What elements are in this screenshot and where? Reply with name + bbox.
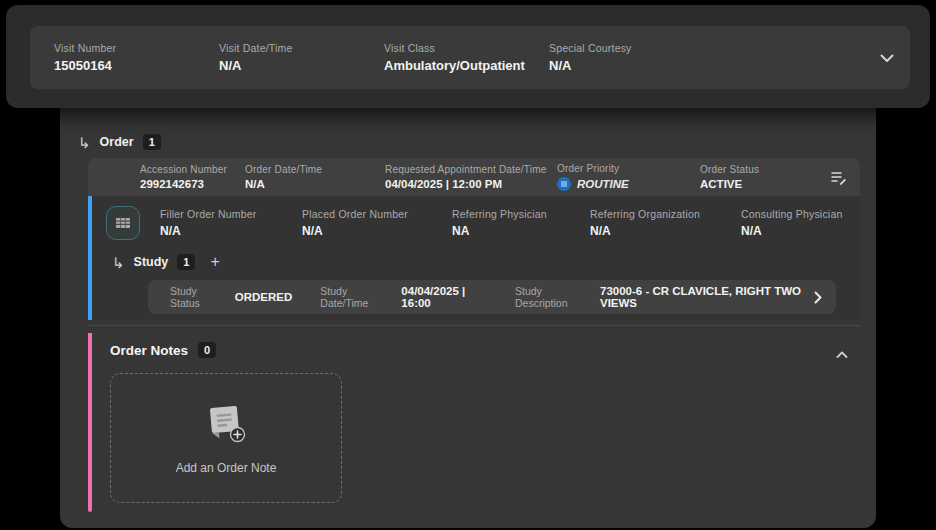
visit-class-label: Visit Class: [384, 42, 549, 54]
order-count-badge: 1: [143, 134, 161, 150]
chevron-up-icon[interactable]: [836, 345, 848, 363]
order-notes-section: Order Notes 0: [88, 333, 860, 512]
order-notes-header: Order Notes 0: [88, 333, 860, 358]
placed-order-number-field: Placed Order Number N/A: [302, 208, 452, 238]
consulting-physician-label: Consulting Physician: [741, 208, 842, 220]
study-section-title: Study: [134, 255, 169, 269]
consulting-physician-value: N/A: [741, 224, 842, 238]
order-table-icon-button[interactable]: [106, 206, 140, 240]
priority-routine-icon: [557, 177, 571, 191]
visit-class-field: Visit Class Ambulatory/Outpatient: [384, 42, 549, 73]
referring-organization-value: N/A: [590, 224, 741, 238]
visit-datetime-label: Visit Date/Time: [219, 42, 384, 54]
accession-number-field: Accession Number 2992142673: [140, 164, 245, 190]
chevron-right-icon[interactable]: [814, 291, 822, 304]
note-add-icon: [202, 401, 250, 449]
order-detail-row: Filler Order Number N/A Placed Order Num…: [106, 206, 860, 240]
order-status-value: ACTIVE: [700, 178, 829, 190]
order-status-label: Order Status: [700, 164, 829, 175]
special-courtesy-value: N/A: [549, 58, 714, 73]
study-status-value: ORDERED: [235, 291, 293, 303]
order-priority-label: Order Priority: [557, 163, 700, 174]
chevron-down-icon[interactable]: [880, 49, 894, 67]
referring-physician-value: NA: [452, 224, 590, 238]
referring-physician-field: Referring Physician NA: [452, 208, 590, 238]
study-description-label: Study Description: [515, 285, 588, 309]
order-detail-fields: Filler Order Number N/A Placed Order Num…: [160, 206, 842, 238]
study-description-value: 73000-6 - CR CLAVICLE, RIGHT TWO VIEWS: [600, 285, 814, 309]
order-datetime-label: Order Date/Time: [245, 164, 385, 175]
placed-order-number-label: Placed Order Number: [302, 208, 452, 220]
add-order-note-label: Add an Order Note: [176, 461, 277, 475]
notes-accent-bar: [88, 333, 92, 512]
page: Visit Number 15050164 Visit Date/Time N/…: [0, 0, 936, 530]
order-section-title: Order: [100, 135, 134, 149]
order-header-bar: Accession Number 2992142673 Order Date/T…: [88, 158, 860, 196]
visit-number-field: Visit Number 15050164: [54, 42, 219, 73]
study-count-badge: 1: [177, 254, 195, 270]
visit-summary-card: Visit Number 15050164 Visit Date/Time N/…: [6, 5, 930, 108]
consulting-physician-field: Consulting Physician N/A: [741, 208, 842, 238]
order-section-header: ↳ Order 1: [78, 134, 161, 150]
order-card: Accession Number 2992142673 Order Date/T…: [88, 158, 860, 320]
accession-number-value: 2992142673: [140, 178, 245, 190]
study-status-label: Study Status: [170, 285, 223, 309]
add-order-note-button[interactable]: Add an Order Note: [110, 373, 342, 503]
section-divider: [88, 325, 860, 326]
order-datetime-field: Order Date/Time N/A: [245, 164, 385, 190]
visit-datetime-field: Visit Date/Time N/A: [219, 42, 384, 73]
add-study-icon[interactable]: +: [210, 254, 219, 270]
order-details-body: Filler Order Number N/A Placed Order Num…: [88, 196, 860, 320]
special-courtesy-field: Special Courtesy N/A: [549, 42, 714, 73]
order-priority-field: Order Priority ROUTINE: [557, 163, 700, 191]
order-notes-count-badge: 0: [198, 342, 216, 358]
study-row[interactable]: Study Status ORDERED Study Date/Time 04/…: [148, 280, 836, 314]
study-datetime-label: Study Date/Time: [320, 285, 389, 309]
placed-order-number-value: N/A: [302, 224, 452, 238]
requested-appointment-value: 04/04/2025 | 12:00 PM: [385, 178, 557, 190]
visit-fields-bar: Visit Number 15050164 Visit Date/Time N/…: [30, 26, 910, 89]
visit-class-value: Ambulatory/Outpatient: [384, 58, 549, 73]
filler-order-number-value: N/A: [160, 224, 302, 238]
referring-organization-label: Referring Organization: [590, 208, 741, 220]
filler-order-number-label: Filler Order Number: [160, 208, 302, 220]
study-section-header: ↳ Study 1 +: [112, 254, 860, 270]
referring-organization-field: Referring Organization N/A: [590, 208, 741, 238]
order-accent-bar: [88, 196, 92, 320]
filler-order-number-field: Filler Order Number N/A: [160, 208, 302, 238]
order-status-field: Order Status ACTIVE: [700, 164, 829, 190]
accession-number-label: Accession Number: [140, 164, 245, 175]
branch-arrow-icon: ↳: [78, 135, 91, 150]
order-panel: ↳ Order 1 Accession Number 2992142673 Or…: [60, 100, 876, 528]
visit-number-label: Visit Number: [54, 42, 219, 54]
referring-physician-label: Referring Physician: [452, 208, 590, 220]
branch-arrow-icon: ↳: [112, 255, 125, 270]
requested-appointment-field: Requested Appointment Date/Time 04/04/20…: [385, 164, 557, 190]
visit-datetime-value: N/A: [219, 58, 384, 73]
visit-number-value: 15050164: [54, 58, 219, 73]
order-priority-value: ROUTINE: [577, 178, 629, 190]
study-datetime-value: 04/04/2025 | 16:00: [401, 285, 487, 309]
special-courtesy-label: Special Courtesy: [549, 42, 714, 54]
requested-appointment-label: Requested Appointment Date/Time: [385, 164, 557, 175]
order-notes-title: Order Notes: [110, 343, 188, 358]
edit-order-icon[interactable]: [829, 169, 848, 185]
order-datetime-value: N/A: [245, 178, 385, 190]
